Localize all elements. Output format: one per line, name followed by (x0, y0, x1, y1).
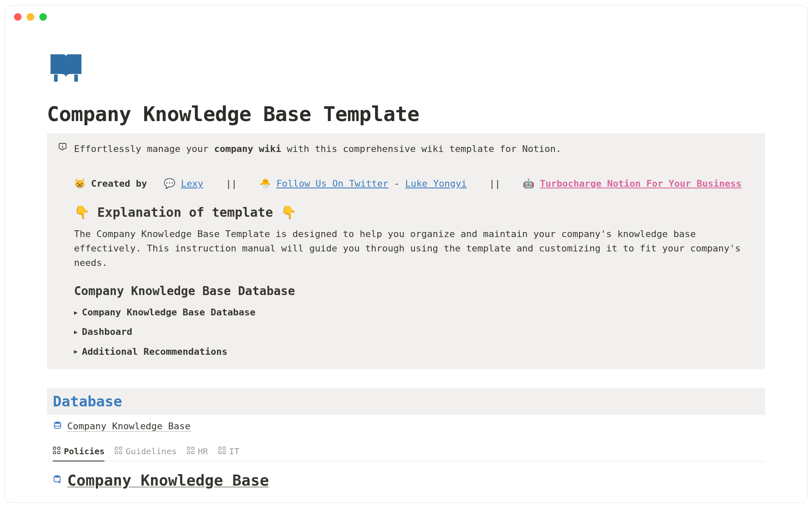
turbocharge-link[interactable]: Turbocharge Notion For Your Business (540, 178, 741, 189)
info-icon (57, 142, 68, 359)
separator: || (489, 178, 501, 189)
explanation-heading-text: Explanation of template (97, 205, 273, 220)
callout-block: Effortlessly manage your company wiki wi… (47, 133, 765, 369)
database-heading-block: Database (47, 388, 765, 415)
app-window: Company Knowledge Base Template Effortle… (4, 5, 808, 503)
robot-emoji-icon: 🤖 (523, 178, 534, 189)
window-title-bar (5, 6, 807, 28)
svg-point-2 (62, 144, 63, 145)
database-title: Company Knowledge Base (67, 472, 269, 489)
tab-label: IT (229, 446, 239, 456)
intro-bold: company wiki (214, 144, 281, 154)
svg-rect-11 (115, 451, 118, 454)
tab-guidelines[interactable]: Guidelines (115, 446, 176, 461)
tab-label: HR (198, 446, 208, 456)
tab-hr[interactable]: HR (187, 446, 208, 461)
database-title-row[interactable]: Company Knowledge Base (47, 472, 765, 489)
twitter-link[interactable]: Follow Us On Twitter (276, 178, 388, 189)
database-link-text: Company Knowledge Base (66, 421, 191, 432)
svg-rect-10 (120, 447, 122, 450)
svg-rect-6 (58, 447, 60, 450)
svg-rect-0 (54, 75, 58, 82)
book-icon (47, 50, 765, 89)
database-icon (53, 421, 62, 432)
svg-rect-13 (187, 447, 190, 450)
created-by-label: Created by (91, 178, 147, 189)
intro-post: with this comprehensive wiki template fo… (281, 144, 561, 154)
database-arrow-icon (53, 475, 62, 486)
database-subheading: Company Knowledge Base Database (74, 282, 755, 300)
lexy-link[interactable]: Lexy (181, 178, 203, 189)
close-icon[interactable] (14, 13, 22, 21)
svg-rect-8 (58, 451, 60, 454)
svg-point-4 (55, 421, 61, 424)
svg-rect-12 (120, 451, 122, 454)
page-content: Company Knowledge Base Template Effortle… (5, 28, 807, 489)
toggle-label: Company Knowledge Base Database (82, 305, 255, 320)
grid-icon (218, 446, 226, 456)
grid-icon (187, 446, 195, 456)
svg-rect-20 (223, 451, 225, 454)
tab-label: Guidelines (126, 446, 176, 456)
luke-link[interactable]: Luke Yongyi (405, 178, 467, 189)
toggle-item[interactable]: ▶ Company Knowledge Base Database (74, 305, 755, 320)
grid-icon (115, 446, 122, 456)
database-tabs: Policies Guidelines HR IT (47, 446, 765, 461)
database-heading: Database (53, 393, 759, 410)
database-link-row[interactable]: Company Knowledge Base (47, 421, 765, 432)
speech-emoji-icon: 💬 (164, 178, 175, 189)
minimize-icon[interactable] (27, 13, 34, 21)
point-down-icon: 👇 (74, 205, 90, 220)
chevron-right-icon: ▶ (74, 328, 77, 337)
explanation-body: The Company Knowledge Base Template is d… (74, 227, 755, 270)
grid-icon (53, 446, 60, 456)
svg-rect-15 (187, 451, 190, 454)
svg-rect-18 (223, 447, 225, 450)
cat-emoji-icon: 😸 (74, 178, 85, 189)
credits-line: 😸 Created by 💬 Lexy || 🐣 Follow Us On Tw… (74, 177, 755, 191)
svg-rect-7 (53, 451, 56, 454)
tab-policies[interactable]: Policies (53, 446, 104, 461)
dash: - (388, 178, 405, 189)
svg-rect-1 (74, 75, 78, 82)
svg-point-21 (54, 475, 60, 478)
toggle-item[interactable]: ▶ Dashboard (74, 325, 755, 339)
svg-rect-16 (192, 451, 194, 454)
toggle-label: Dashboard (82, 325, 132, 339)
toggle-item[interactable]: ▶ Additional Recommendations (74, 345, 755, 359)
point-down-icon: 👇 (281, 205, 296, 220)
svg-rect-9 (115, 447, 118, 450)
bird-emoji-icon: 🐣 (259, 178, 271, 189)
tab-label: Policies (64, 446, 104, 456)
chevron-right-icon: ▶ (74, 308, 77, 318)
intro-text: Effortlessly manage your company wiki wi… (74, 142, 755, 156)
intro-pre: Effortlessly manage your (74, 144, 214, 154)
svg-rect-17 (219, 447, 221, 450)
svg-rect-19 (219, 451, 221, 454)
maximize-icon[interactable] (39, 13, 47, 21)
separator: || (226, 178, 237, 189)
chevron-right-icon: ▶ (74, 347, 77, 356)
tab-it[interactable]: IT (218, 446, 239, 461)
svg-rect-14 (192, 447, 194, 450)
toggle-label: Additional Recommendations (82, 345, 227, 359)
explanation-heading: 👇 Explanation of template 👇 (74, 203, 755, 223)
page-title: Company Knowledge Base Template (47, 102, 765, 126)
svg-rect-5 (53, 447, 56, 450)
